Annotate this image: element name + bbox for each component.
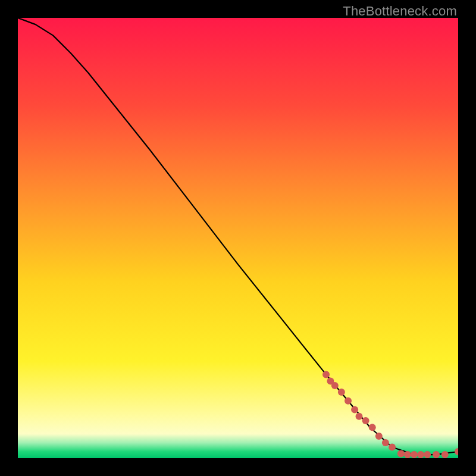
marker-point: [382, 439, 389, 446]
marker-point: [397, 450, 405, 458]
plot-area: [18, 18, 458, 458]
marker-point: [338, 389, 345, 396]
marker-point: [433, 451, 440, 458]
marker-point: [362, 417, 369, 424]
gradient-background: [18, 18, 458, 458]
watermark-text: TheBottleneck.com: [343, 4, 457, 19]
marker-point: [417, 451, 424, 458]
marker-point: [331, 382, 339, 389]
chart-frame: TheBottleneck.com: [0, 0, 476, 476]
marker-point: [356, 413, 363, 420]
marker-point: [322, 371, 330, 378]
marker-point: [424, 451, 431, 458]
marker-point: [369, 424, 376, 431]
marker-point: [345, 397, 352, 405]
marker-point: [389, 444, 396, 451]
chart-svg: [18, 18, 458, 458]
marker-point: [351, 406, 358, 414]
marker-point: [441, 451, 449, 458]
marker-point: [404, 451, 411, 458]
marker-point: [411, 451, 418, 458]
marker-point: [375, 433, 383, 440]
